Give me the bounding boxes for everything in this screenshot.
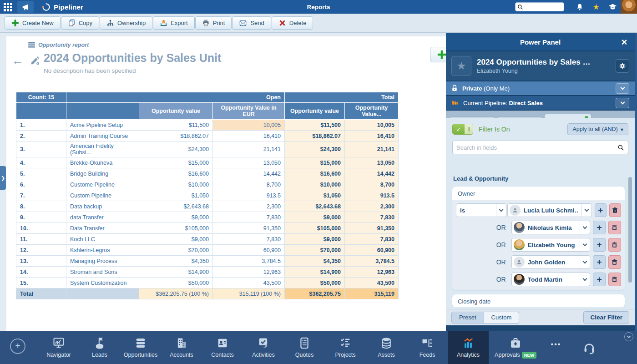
opportunity-name[interactable]: Brekke-Okuneva (66, 157, 139, 168)
col-header-open-opportunity-value[interactable]: Opportunity value (139, 103, 213, 120)
col-header-total-opportunity-value[interactable]: Opportunity value (285, 103, 345, 120)
table-row[interactable]: 14.Stroman and Sons$14,90012,963$14,9001… (16, 267, 399, 278)
opportunity-name[interactable]: Acme Pipeline Setup (66, 120, 139, 131)
opportunity-name[interactable]: data Transfer (66, 212, 139, 223)
opportunity-name[interactable]: Stroman and Sons (66, 267, 139, 278)
opportunity-name[interactable]: Custom Pipeline (66, 190, 139, 201)
ownership-button[interactable]: Ownership (100, 16, 152, 30)
table-row[interactable]: 4.Brekke-Okuneva$15,00013,050$15,00013,0… (16, 157, 399, 168)
opportunity-name[interactable]: Bridge Building (66, 168, 139, 179)
nav-item-quotes[interactable]: Quotes (284, 331, 325, 364)
table-row[interactable]: 6.Custome Pipeline$10,0008,700$10,0008,7… (16, 179, 399, 190)
create-new-button[interactable]: Create New (5, 16, 61, 30)
notifications-bell-icon[interactable] (571, 0, 588, 14)
add-condition-button[interactable]: + (593, 238, 606, 252)
add-condition-button[interactable]: + (593, 221, 606, 234)
app-grid-icon[interactable] (0, 0, 15, 14)
nav-item-feeds[interactable]: Feeds (407, 331, 448, 364)
opportunity-name[interactable]: System Customization (66, 278, 139, 288)
col-header-open-opportunity-value-eur[interactable]: Opportunity Value in EUR (213, 103, 285, 120)
quick-add-button[interactable]: + (10, 339, 25, 354)
opportunity-name[interactable]: Data Transfer (66, 223, 139, 234)
table-row[interactable]: 5.Bridge Building$16,60014,442$16,60014,… (16, 168, 399, 179)
edit-report-icon[interactable] (30, 56, 40, 66)
person-select[interactable]: John Golden (511, 255, 590, 269)
export-button[interactable]: Export (153, 16, 195, 30)
send-button[interactable]: Send (232, 16, 271, 30)
global-search[interactable] (515, 2, 564, 11)
pipeline-dropdown-button[interactable] (616, 98, 629, 108)
nav-item-projects[interactable]: Projects (325, 331, 366, 364)
user-avatar[interactable] (621, 0, 637, 14)
add-condition-button[interactable]: + (595, 203, 607, 217)
privacy-dropdown-button[interactable] (616, 83, 629, 94)
panel-scrollbar[interactable] (628, 177, 632, 283)
opportunity-name[interactable]: Koch LLC (66, 234, 139, 245)
table-row[interactable]: 12.Kshlerin-Legros$70,00060,900$70,00060… (16, 245, 399, 256)
opportunity-name[interactable]: Managing Process (66, 256, 139, 267)
support-headset-icon[interactable] (582, 341, 596, 354)
field-search-box[interactable] (452, 141, 628, 154)
delete-condition-button[interactable] (608, 273, 621, 286)
nav-item-accounts[interactable]: Accounts (161, 331, 202, 364)
nav-item-leads[interactable]: Leads (79, 331, 120, 364)
table-row[interactable]: 8.Data backup$2,643.682,300$2,643.682,30… (16, 201, 399, 212)
col-header-total-opportunity-value-eur[interactable]: Opportunity Value... (345, 103, 399, 120)
table-row[interactable]: 7.Custom Pipeline$1,050913.5$1,050913.5 (16, 190, 399, 201)
table-row[interactable]: 1.Acme Pipeline Setup$11,50010,005$11,50… (16, 120, 399, 131)
search-input[interactable] (523, 4, 560, 10)
delete-condition-button[interactable] (608, 238, 621, 252)
report-star-icon[interactable]: ★ (451, 56, 471, 76)
collapse-nav-chevron-icon[interactable] (624, 332, 633, 341)
person-select[interactable]: Nikolaus Kimla (511, 221, 590, 234)
report-type-icon (28, 42, 35, 48)
person-select[interactable]: Lucia Lulu Schmi… (507, 203, 592, 217)
custom-button[interactable]: Custom (484, 312, 520, 324)
copy-button[interactable]: Copy (61, 16, 99, 30)
nav-item-navigator[interactable]: Navigator (38, 331, 79, 364)
table-row[interactable]: 13.Managing Process$4,3503,784.5$4,3503,… (16, 256, 399, 267)
report-settings-gear-icon[interactable] (616, 59, 629, 73)
add-condition-button[interactable]: + (593, 255, 606, 269)
nav-item-analytics[interactable]: Analytics (448, 331, 489, 364)
apply-to-all-dropdown[interactable]: Apply to all (AND)▾ (567, 123, 628, 135)
opportunity-name[interactable]: Data backup (66, 201, 139, 212)
opportunity-name[interactable]: Custome Pipeline (66, 179, 139, 190)
print-button[interactable]: Print (195, 16, 232, 30)
app-name: Pipeliner (54, 3, 83, 11)
delete-condition-button[interactable] (608, 221, 621, 234)
delete-button[interactable]: Delete (272, 16, 313, 30)
table-row[interactable]: 3.American Fidelity (Subsi...$24,30021,1… (16, 142, 399, 157)
table-row[interactable]: 9.data Transfer$9,0007,830$9,0007,830 (16, 212, 399, 223)
nav-item-assets[interactable]: Assets (366, 331, 407, 364)
clear-filter-button[interactable]: Clear Filter (583, 311, 629, 324)
announcements-megaphone-icon[interactable] (17, 1, 34, 13)
opportunity-name[interactable]: American Fidelity (Subsi... (66, 142, 139, 157)
add-condition-button[interactable]: + (593, 273, 606, 286)
nav-item-opportunities[interactable]: Opportunities (120, 331, 161, 364)
table-row[interactable]: 10.Data Transfer$105,00091,350$105,00091… (16, 223, 399, 234)
delete-condition-button[interactable] (609, 203, 621, 217)
close-icon[interactable]: × (618, 36, 630, 48)
table-row[interactable]: 2.Admin Training Course$18,862.0716,410$… (16, 131, 399, 142)
table-row[interactable]: 11.Koch LLC$9,0007,830$9,0007,830 (16, 234, 399, 245)
person-select[interactable]: Todd Martin (511, 273, 590, 286)
opportunity-name[interactable]: Admin Training Course (66, 131, 139, 142)
back-arrow-icon[interactable]: ← (12, 54, 24, 68)
operator-select[interactable]: is (456, 203, 506, 217)
preset-button[interactable]: Preset (451, 312, 484, 324)
table-row[interactable]: 15.System Customization$50,00043,500$50,… (16, 278, 399, 288)
more-menu-ellipsis-icon[interactable]: ••• (542, 340, 570, 349)
favorites-star-icon[interactable]: ★ (588, 0, 604, 14)
person-select[interactable]: Elizabeth Young (511, 238, 590, 252)
delete-condition-button[interactable] (608, 255, 621, 269)
opportunity-name[interactable]: Kshlerin-Legros (66, 245, 139, 256)
field-search-input[interactable] (456, 144, 617, 151)
nav-item-activities[interactable]: Activities (243, 331, 284, 364)
nav-item-contacts[interactable]: Contacts (202, 331, 243, 364)
nav-item-approvals[interactable]: ApprovalsNEW (489, 331, 542, 364)
expand-sidebar-tab[interactable]: ❯ (0, 166, 6, 190)
learning-graduation-cap-icon[interactable] (604, 0, 621, 14)
filter-toggle[interactable]: ✓ (452, 124, 473, 135)
power-panel-title: Power Panel (520, 38, 561, 46)
